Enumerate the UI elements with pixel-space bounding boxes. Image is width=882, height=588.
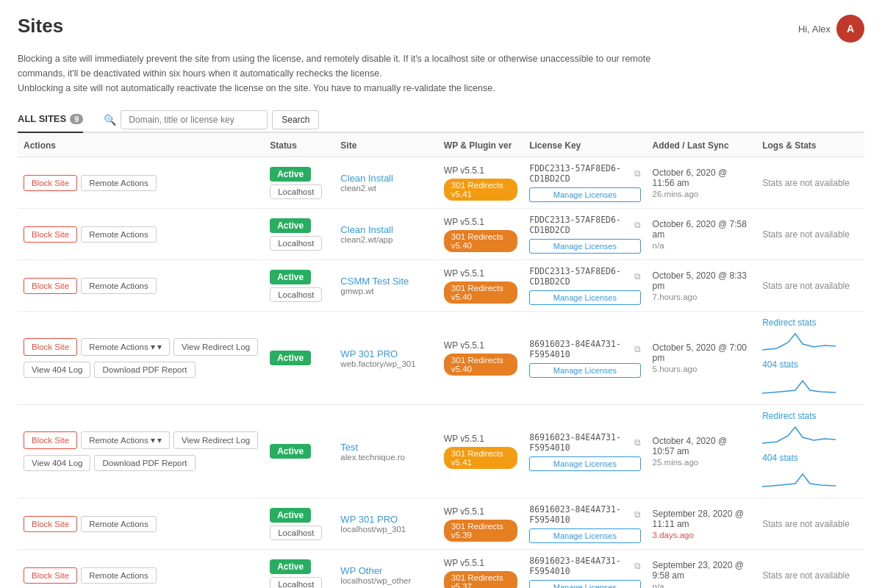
toolbar: ALL SITES 9 🔍 Search xyxy=(18,107,864,133)
site-cell: WP 301 PRO web.factory/wp_301 xyxy=(334,312,437,405)
manage-licenses-button[interactable]: Manage Licenses xyxy=(529,239,640,254)
copy-icon[interactable]: ⧉ xyxy=(634,437,641,448)
license-cell: FDDC2313-57AF8ED6-CD1BD2CD ⧉ Manage Lice… xyxy=(523,157,646,209)
site-name-link[interactable]: Clean Install xyxy=(340,224,431,235)
remote-actions-button[interactable]: Remote Actions ▾ xyxy=(81,338,170,356)
date-added: October 5, 2020 @ 8:33 pm xyxy=(653,270,751,291)
date-added: October 6, 2020 @ 11:56 am xyxy=(653,168,751,188)
view-404-log-button[interactable]: View 404 Log xyxy=(24,362,90,378)
block-site-button[interactable]: Block Site xyxy=(24,338,77,356)
status-cell: Active xyxy=(264,405,334,498)
wp-plugin-cell: WP v5.5.1 301 Redirects v5.41 xyxy=(438,157,523,209)
remote-actions-button[interactable]: Remote Actions xyxy=(81,226,157,243)
date-ago: 25.mins.ago xyxy=(653,458,751,467)
search-button[interactable]: Search xyxy=(272,110,319,129)
wp-version: WP v5.5.1 xyxy=(444,506,517,517)
localhost-badge: Localhost xyxy=(270,184,322,199)
remote-actions-button[interactable]: Remote Actions xyxy=(81,567,157,584)
redirect-stats-link[interactable]: Redirect stats xyxy=(762,318,858,328)
manage-licenses-button[interactable]: Manage Licenses xyxy=(529,580,640,588)
table-row: Block Site Remote Actions Active Localho… xyxy=(18,209,864,260)
copy-icon[interactable]: ⧉ xyxy=(634,509,641,520)
copy-icon[interactable]: ⧉ xyxy=(634,271,641,282)
block-site-button[interactable]: Block Site xyxy=(24,516,77,532)
site-name-link[interactable]: WP 301 PRO xyxy=(340,514,431,525)
site-url: clean2.wt xyxy=(340,184,431,193)
manage-licenses-button[interactable]: Manage Licenses xyxy=(529,290,640,305)
redirect-stats-link[interactable]: Redirect stats xyxy=(762,411,858,421)
site-cell: Test alex.technique.ro xyxy=(334,405,437,498)
wp-plugin-cell: WP v5.5.1 301 Redirects v5.39 xyxy=(438,498,523,550)
block-site-button[interactable]: Block Site xyxy=(24,278,77,294)
stats-cell: Redirect stats 404 stats xyxy=(756,312,864,405)
stats-cell: Stats are not available xyxy=(756,498,864,550)
date-added: September 23, 2020 @ 9:58 am xyxy=(653,560,751,581)
table-row: Block Site Remote Actions Active Localho… xyxy=(18,498,864,550)
stats-404-link[interactable]: 404 stats xyxy=(762,453,858,463)
stats-unavailable: Stats are not available xyxy=(762,281,850,291)
site-name-link[interactable]: Clean Install xyxy=(340,173,431,184)
date-ago: 7.hours.ago xyxy=(653,293,751,301)
download-pdf-button[interactable]: Download PDF Report xyxy=(94,455,195,471)
license-key-text: FDDC2313-57AF8ED6-CD1BD2CD ⧉ xyxy=(529,215,640,235)
table-row: Block Site Remote Actions ▾ View Redirec… xyxy=(18,312,864,405)
copy-icon[interactable]: ⧉ xyxy=(634,561,641,571)
description-block: Blocking a site will immediately prevent… xyxy=(18,51,679,96)
site-name-link[interactable]: CSMM Test Site xyxy=(340,276,431,287)
col-header-license: License Key xyxy=(523,133,646,157)
all-sites-tab[interactable]: ALL SITES 9 xyxy=(18,107,83,133)
copy-icon[interactable]: ⧉ xyxy=(634,344,641,354)
status-badge: Active xyxy=(270,351,311,365)
site-name-link[interactable]: WP Other xyxy=(340,565,431,576)
manage-licenses-button[interactable]: Manage Licenses xyxy=(529,363,640,378)
manage-licenses-button[interactable]: Manage Licenses xyxy=(529,528,640,543)
stats-cell: Stats are not available xyxy=(756,260,864,312)
block-site-button[interactable]: Block Site xyxy=(24,175,77,191)
remote-actions-button[interactable]: Remote Actions xyxy=(81,516,157,532)
site-name-link[interactable]: Test xyxy=(340,442,431,453)
date-cell: October 4, 2020 @ 10:57 am 25.mins.ago xyxy=(647,405,757,498)
wp-version: WP v5.5.1 xyxy=(444,558,517,568)
remote-actions-button[interactable]: Remote Actions xyxy=(81,278,157,294)
stats-cell: Redirect stats 404 stats xyxy=(756,405,864,498)
manage-licenses-button[interactable]: Manage Licenses xyxy=(529,187,640,202)
localhost-badge: Localhost xyxy=(270,236,322,251)
manage-licenses-button[interactable]: Manage Licenses xyxy=(529,456,640,471)
user-info: Hi, Alex A xyxy=(798,15,864,43)
site-cell: Clean Install clean2.wt xyxy=(334,157,437,209)
stats-cell: Redirect stats 404 stats xyxy=(762,411,858,492)
view-redirect-log-button[interactable]: View Redirect Log xyxy=(173,338,258,356)
block-site-button[interactable]: Block Site xyxy=(24,226,77,243)
block-site-button[interactable]: Block Site xyxy=(24,431,77,449)
tab-label: ALL SITES xyxy=(18,113,66,124)
stats-cell: Stats are not available xyxy=(756,209,864,260)
remote-actions-button[interactable]: Remote Actions xyxy=(81,175,157,191)
actions-cell: Block Site Remote Actions ▾ View Redirec… xyxy=(18,312,264,405)
date-added: September 28, 2020 @ 11:11 am xyxy=(653,509,751,529)
wp-version: WP v5.5.1 xyxy=(444,217,517,227)
col-header-status: Status xyxy=(264,133,334,157)
site-url: alex.technique.ro xyxy=(340,453,431,462)
download-pdf-button[interactable]: Download PDF Report xyxy=(94,362,195,378)
status-cell: Active Localhost xyxy=(264,157,334,209)
actions-cell: Block Site Remote Actions xyxy=(18,157,264,209)
site-name-link[interactable]: WP 301 PRO xyxy=(340,348,431,359)
view-404-log-button[interactable]: View 404 Log xyxy=(24,455,90,471)
plugin-version-badge: 301 Redirects v5.40 xyxy=(444,354,517,376)
view-redirect-log-button[interactable]: View Redirect Log xyxy=(173,431,258,449)
wp-version: WP v5.5.1 xyxy=(444,434,517,444)
license-key-text: 86916023-84E4A731-F5954010 ⧉ xyxy=(529,504,640,525)
copy-icon[interactable]: ⧉ xyxy=(634,220,641,230)
copy-icon[interactable]: ⧉ xyxy=(634,168,641,179)
status-cell: Active Localhost xyxy=(264,260,334,312)
block-site-button[interactable]: Block Site xyxy=(24,567,77,584)
stats-404-link[interactable]: 404 stats xyxy=(762,359,858,370)
license-cell: 86916023-84E4A731-F5954010 ⧉ Manage Lice… xyxy=(523,405,646,498)
remote-actions-button[interactable]: Remote Actions ▾ xyxy=(81,431,170,449)
actions-cell: Block Site Remote Actions ▾ View Redirec… xyxy=(18,405,264,498)
date-added: October 4, 2020 @ 10:57 am xyxy=(653,436,751,456)
date-added: October 6, 2020 @ 7:58 am xyxy=(653,219,751,240)
search-input[interactable] xyxy=(121,110,268,129)
stats-cell: Stats are not available xyxy=(756,550,864,589)
status-badge: Active xyxy=(270,508,311,523)
